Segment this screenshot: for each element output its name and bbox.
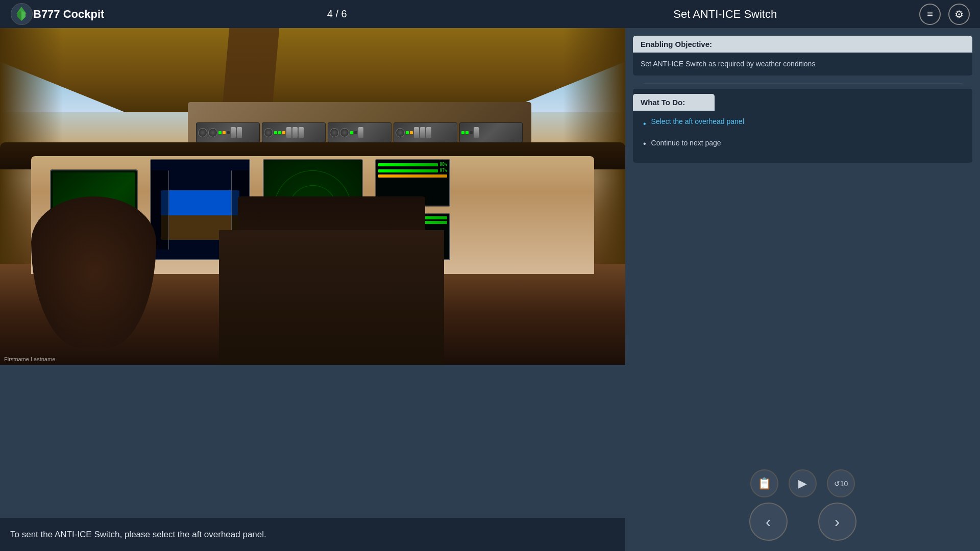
enabling-objective-card: Enabling Objective: Set ANTI-ICE Switch …: [633, 36, 972, 76]
eicas-value-1: 98%: [440, 162, 447, 167]
ctrl-knob-1: [198, 128, 207, 137]
play-icon: ▶: [798, 477, 807, 490]
todo-text-2: Continue to next page: [651, 137, 721, 149]
user-watermark: Firstname Lastname: [4, 356, 55, 362]
led-off-3: [470, 131, 473, 134]
overhead-segment-5: [459, 122, 523, 143]
clipboard-button[interactable]: 📋: [750, 469, 778, 497]
settings-icon: ⚙: [954, 8, 964, 20]
eicas-bar-1: [378, 163, 438, 166]
switch-7: [414, 127, 419, 138]
todo-item-1: • Select the aft overhead panel: [643, 117, 962, 132]
ctrl-knob-3: [264, 128, 273, 137]
switch-10: [474, 127, 479, 138]
logo-area: B777 Cockpit: [0, 3, 143, 26]
menu-button[interactable]: ≡: [919, 4, 941, 25]
next-button[interactable]: ›: [818, 503, 856, 541]
led-green-2: [274, 131, 277, 134]
switch-9: [426, 127, 431, 138]
replay-icon: ↺10: [834, 480, 848, 488]
switch-2: [237, 127, 242, 138]
todo-text-1: Select the aft overhead panel: [651, 117, 744, 127]
led-amber-3: [410, 131, 413, 134]
ctrl-knob-5: [340, 128, 349, 137]
center-pedestal: [219, 230, 444, 365]
app-logo-icon: [10, 3, 33, 26]
switch-6: [358, 127, 363, 138]
prev-icon: ‹: [766, 513, 771, 531]
led-off-2: [354, 131, 357, 134]
nav-controls: ‹ ›: [625, 503, 980, 541]
prev-button[interactable]: ‹: [749, 503, 788, 541]
led-amber-2: [282, 131, 285, 134]
cockpit-ceiling: [0, 28, 625, 112]
what-to-do-body: • Select the aft overhead panel • Contin…: [633, 111, 972, 163]
media-controls: 📋 ▶ ↺10: [750, 469, 855, 497]
enabling-objective-body: Set ANTI-ICE Switch as required by weath…: [633, 53, 972, 76]
header-icons: ≡ ⚙: [919, 4, 980, 25]
switch-8: [420, 127, 425, 138]
eicas-bar-3: [378, 174, 447, 178]
sidebar-divider-1: [643, 83, 963, 84]
led-amber-1: [223, 131, 226, 134]
eicas-row-2: 97%: [378, 168, 447, 173]
clipboard-icon: 📋: [757, 477, 771, 490]
what-to-do-header: What To Do:: [633, 94, 715, 111]
overhead-segment-2: [262, 122, 326, 143]
led-green-7: [465, 131, 469, 134]
left-yoke: [31, 196, 156, 348]
replay-button[interactable]: ↺10: [827, 469, 855, 497]
overhead-segment-4: [394, 122, 457, 143]
todo-bullet-1: •: [643, 117, 646, 132]
switch-3: [286, 127, 291, 138]
led-off-1: [227, 131, 230, 134]
next-icon: ›: [835, 513, 840, 531]
switch-4: [292, 127, 298, 138]
instruction-bar: To sent the ANTI-ICE Switch, please sele…: [0, 518, 625, 551]
switch-1: [231, 127, 236, 138]
header: B777 Cockpit 4 / 6 Set ANTI-ICE Switch ≡…: [0, 0, 980, 28]
eicas-row-3: [378, 174, 447, 178]
eicas-row-1: 98%: [378, 162, 447, 167]
eicas-bar-2: [378, 169, 438, 172]
progress-indicator: 4 / 6: [143, 8, 531, 20]
overhead-segment-3: [328, 122, 391, 143]
app-title: B777 Cockpit: [33, 8, 104, 21]
led-green-4: [350, 131, 353, 134]
led-green-1: [218, 131, 222, 134]
enabling-objective-header: Enabling Objective:: [633, 36, 972, 53]
ctrl-knob-6: [396, 128, 405, 137]
instruction-text: To sent the ANTI-ICE Switch, please sele…: [10, 530, 266, 540]
ctrl-knob-4: [330, 128, 339, 137]
cockpit-scene: 98% 97%: [0, 28, 625, 365]
led-green-6: [461, 131, 464, 134]
led-green-5: [406, 131, 409, 134]
step-title: Set ANTI-ICE Switch: [531, 8, 920, 21]
settings-button[interactable]: ⚙: [948, 4, 970, 25]
overhead-segment-1: [196, 122, 260, 143]
switch-5: [299, 127, 304, 138]
todo-item-2: • Continue to next page: [643, 137, 962, 152]
eicas-value-2: 97%: [440, 168, 447, 173]
cockpit-viewport[interactable]: 98% 97%: [0, 28, 625, 365]
menu-icon: ≡: [927, 8, 933, 20]
sidebar-bottom-controls: 📋 ▶ ↺10 ‹ ›: [625, 449, 980, 551]
todo-bullet-2: •: [643, 137, 646, 152]
what-to-do-header-wrap: What To Do:: [633, 89, 972, 111]
what-to-do-card: What To Do: • Select the aft overhead pa…: [633, 89, 972, 163]
play-button[interactable]: ▶: [789, 469, 817, 497]
led-green-3: [278, 131, 281, 134]
ctrl-knob-2: [208, 128, 217, 137]
